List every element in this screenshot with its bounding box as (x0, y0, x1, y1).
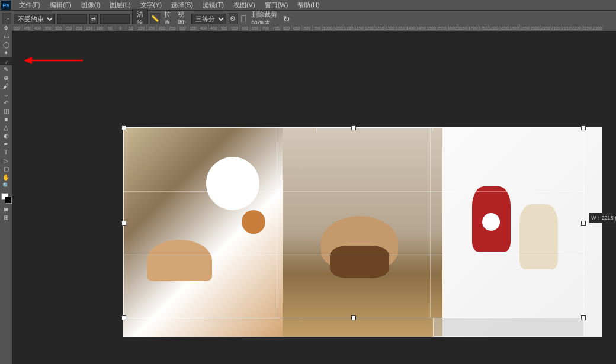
ruler-tick: 550 (230, 25, 240, 31)
ruler-tick: 300 (53, 25, 64, 31)
ruler-tick: 650 (251, 25, 261, 31)
ruler-horizontal: 5004504003503002502001501005005010015020… (12, 24, 616, 31)
ruler-tick: 1350 (396, 25, 406, 31)
delete-pixels-check[interactable] (241, 15, 246, 22)
tool-pen[interactable]: ✒ (0, 140, 12, 148)
ruler-tick: 100 (136, 25, 147, 31)
ruler-tick: 1850 (499, 25, 510, 31)
ruler-tick: 1900 (509, 25, 520, 31)
ruler-tick: 1700 (468, 25, 479, 31)
tool-hand[interactable]: ✋ (0, 173, 12, 181)
ruler-tick: 450 (23, 25, 33, 31)
background-color[interactable] (5, 197, 12, 204)
tool-type[interactable]: T (0, 148, 12, 156)
ruler-tick: 2200 (572, 25, 582, 31)
ruler-tick: 1050 (333, 25, 344, 31)
ruler-tick: 2000 (530, 25, 541, 31)
image-pane-1 (123, 127, 283, 337)
ruler-tick: 950 (313, 25, 323, 31)
tool-crop[interactable]: ⌌ (0, 57, 12, 65)
ruler-tick: 400 (198, 25, 209, 31)
menu-select[interactable]: 选择(S) (166, 0, 198, 11)
tool-lasso[interactable]: ◯ (0, 40, 12, 49)
ruler-tick: 1400 (406, 25, 416, 31)
ruler-tick: 0 (116, 25, 126, 31)
ratio-select[interactable]: 不受约束 (14, 14, 55, 24)
crop-height-input[interactable] (100, 14, 130, 24)
crop-tool-icon[interactable]: ⌌ (2, 13, 11, 25)
tool-eyedropper[interactable]: ✎ (0, 65, 12, 73)
menu-help[interactable]: 帮助(H) (293, 0, 324, 11)
ruler-tick: 1250 (375, 25, 386, 31)
straighten-icon[interactable]: 📏 (150, 13, 160, 25)
ruler-tick: 150 (85, 25, 95, 31)
canvas-area[interactable]: W：2218 像素 (12, 31, 616, 364)
tool-quickmask[interactable]: ◙ (0, 205, 12, 213)
dimension-tooltip: W：2218 像素 (589, 213, 616, 223)
ruler-tick: 1950 (520, 25, 531, 31)
crop-region-bottom (433, 318, 584, 337)
ruler-tick: 1650 (458, 25, 469, 31)
ruler-tick: 1800 (489, 25, 499, 31)
menu-edit[interactable]: 编辑(E) (45, 0, 76, 11)
ruler-tick: 50 (126, 25, 137, 31)
tool-heal[interactable]: ⊕ (0, 73, 12, 82)
overlay-options-icon[interactable]: ⚙ (229, 13, 238, 25)
ruler-tick: 2100 (551, 25, 562, 31)
tool-shape[interactable]: ▢ (0, 165, 12, 173)
menubar: Ps 文件(F) 编辑(E) 图像(I) 图层(L) 文字(Y) 选择(S) 滤… (0, 0, 616, 11)
tool-dodge[interactable]: ◐ (0, 131, 12, 140)
menu-file[interactable]: 文件(F) (14, 0, 45, 11)
reset-icon[interactable]: ↻ (283, 14, 290, 24)
tool-eraser[interactable]: ◫ (0, 107, 12, 115)
ruler-tick: 1150 (354, 25, 365, 31)
tool-history[interactable]: ↶ (0, 98, 12, 107)
tool-wand[interactable]: ✦ (0, 49, 12, 57)
ruler-tick: 900 (302, 25, 313, 31)
tool-zoom[interactable]: 🔍 (0, 181, 12, 189)
image-pane-3 (442, 127, 602, 337)
ruler-tick: 500 (12, 25, 23, 31)
ruler-tick: 1000 (323, 25, 333, 31)
view-select[interactable]: 三等分 (191, 14, 226, 24)
ruler-tick: 1300 (385, 25, 396, 31)
red-arrow-annotation (24, 57, 83, 64)
tool-stamp[interactable]: ᴗ (0, 90, 12, 98)
ruler-tick: 1750 (479, 25, 489, 31)
ruler-tick: 2050 (541, 25, 551, 31)
ruler-tick: 200 (74, 25, 85, 31)
menu-view[interactable]: 视图(V) (229, 0, 260, 11)
ruler-tick: 400 (33, 25, 43, 31)
menu-window[interactable]: 窗口(W) (260, 0, 293, 11)
ruler-tick: 700 (261, 25, 271, 31)
tool-screenmode[interactable]: ⊞ (0, 213, 12, 221)
tool-path[interactable]: ▷ (0, 156, 12, 165)
tool-gradient[interactable]: ■ (0, 115, 12, 123)
ruler-tick: 50 (105, 25, 116, 31)
swap-dims[interactable]: ⇄ (89, 14, 98, 24)
tool-marquee[interactable]: ▭ (0, 32, 12, 40)
ruler-tick: 600 (240, 25, 251, 31)
menu-layer[interactable]: 图层(L) (105, 0, 135, 11)
ruler-tick: 1500 (426, 25, 437, 31)
ruler-tick: 1550 (437, 25, 448, 31)
menu-image[interactable]: 图像(I) (76, 0, 105, 11)
ruler-tick: 2250 (582, 25, 593, 31)
color-swatches[interactable] (0, 193, 12, 205)
tool-blur[interactable]: △ (0, 123, 12, 131)
tool-brush[interactable]: 🖌 (0, 82, 12, 90)
ruler-tick: 2300 (592, 25, 603, 31)
image-pane-2 (283, 127, 442, 337)
ruler-tick: 300 (178, 25, 188, 31)
ruler-tick: 100 (95, 25, 105, 31)
menu-filter[interactable]: 滤镜(T) (198, 0, 229, 11)
ruler-tick: 1100 (344, 25, 354, 31)
ruler-tick: 450 (209, 25, 220, 31)
crop-region-top (316, 127, 433, 131)
ruler-tick: 150 (147, 25, 158, 31)
ruler-tick: 250 (64, 25, 75, 31)
tool-move[interactable]: ✥ (0, 24, 12, 32)
ruler-tick: 250 (168, 25, 178, 31)
ruler-tick: 500 (219, 25, 230, 31)
crop-width-input[interactable] (57, 14, 87, 24)
